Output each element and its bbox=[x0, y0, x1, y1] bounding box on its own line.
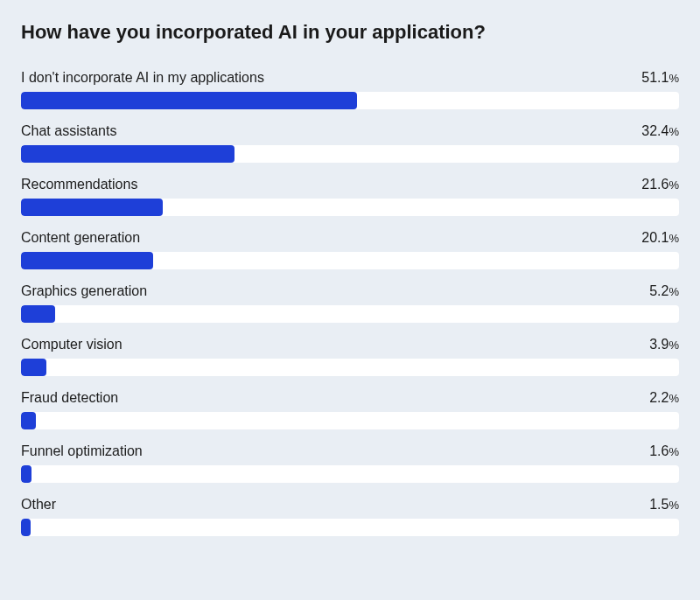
bar-fill bbox=[21, 252, 153, 269]
bar-label: Other bbox=[21, 497, 56, 513]
bar-track bbox=[21, 519, 679, 536]
bar-value: 32.4% bbox=[641, 123, 679, 139]
bar-fill bbox=[21, 412, 36, 429]
bar-label: Fraud detection bbox=[21, 390, 118, 406]
bar-label: I don't incorporate AI in my application… bbox=[21, 70, 264, 86]
bar-row: Chat assistants32.4% bbox=[21, 123, 679, 163]
bar-track bbox=[21, 465, 679, 483]
bar-value: 1.5% bbox=[649, 497, 679, 513]
bar-header: I don't incorporate AI in my application… bbox=[21, 70, 679, 86]
bar-list: I don't incorporate AI in my application… bbox=[21, 70, 679, 536]
bar-row: Other1.5% bbox=[21, 497, 679, 536]
bar-value: 2.2% bbox=[649, 390, 679, 406]
bar-fill bbox=[21, 465, 32, 483]
bar-row: Funnel optimization1.6% bbox=[21, 443, 679, 483]
bar-label: Graphics generation bbox=[21, 283, 147, 299]
bar-track bbox=[21, 412, 679, 429]
bar-fill bbox=[21, 359, 46, 376]
bar-row: Content generation20.1% bbox=[21, 230, 679, 269]
bar-fill bbox=[21, 145, 234, 163]
chart-title: How have you incorporated AI in your app… bbox=[21, 21, 679, 44]
bar-row: Graphics generation5.2% bbox=[21, 283, 679, 323]
bar-track bbox=[21, 92, 679, 109]
bar-header: Fraud detection2.2% bbox=[21, 390, 679, 406]
bar-fill bbox=[21, 92, 357, 109]
bar-track bbox=[21, 145, 679, 163]
bar-fill bbox=[21, 305, 55, 323]
bar-label: Content generation bbox=[21, 230, 140, 246]
bar-value: 3.9% bbox=[649, 337, 679, 352]
bar-track bbox=[21, 305, 679, 323]
bar-label: Recommendations bbox=[21, 177, 137, 192]
bar-header: Chat assistants32.4% bbox=[21, 123, 679, 139]
bar-label: Computer vision bbox=[21, 337, 122, 352]
bar-track bbox=[21, 199, 679, 216]
bar-header: Recommendations21.6% bbox=[21, 177, 679, 192]
bar-value: 51.1% bbox=[641, 70, 679, 86]
bar-label: Funnel optimization bbox=[21, 443, 143, 459]
bar-row: I don't incorporate AI in my application… bbox=[21, 70, 679, 109]
bar-row: Recommendations21.6% bbox=[21, 177, 679, 216]
chart-container: How have you incorporated AI in your app… bbox=[21, 21, 679, 536]
bar-label: Chat assistants bbox=[21, 123, 116, 139]
bar-track bbox=[21, 359, 679, 376]
bar-header: Content generation20.1% bbox=[21, 230, 679, 246]
bar-header: Funnel optimization1.6% bbox=[21, 443, 679, 459]
bar-fill bbox=[21, 519, 31, 536]
bar-value: 21.6% bbox=[641, 177, 679, 192]
bar-row: Computer vision3.9% bbox=[21, 337, 679, 376]
bar-fill bbox=[21, 199, 163, 216]
bar-row: Fraud detection2.2% bbox=[21, 390, 679, 429]
bar-track bbox=[21, 252, 679, 269]
bar-header: Other1.5% bbox=[21, 497, 679, 513]
bar-header: Computer vision3.9% bbox=[21, 337, 679, 352]
bar-value: 1.6% bbox=[649, 443, 679, 459]
bar-value: 5.2% bbox=[649, 283, 679, 299]
bar-value: 20.1% bbox=[641, 230, 679, 246]
bar-header: Graphics generation5.2% bbox=[21, 283, 679, 299]
